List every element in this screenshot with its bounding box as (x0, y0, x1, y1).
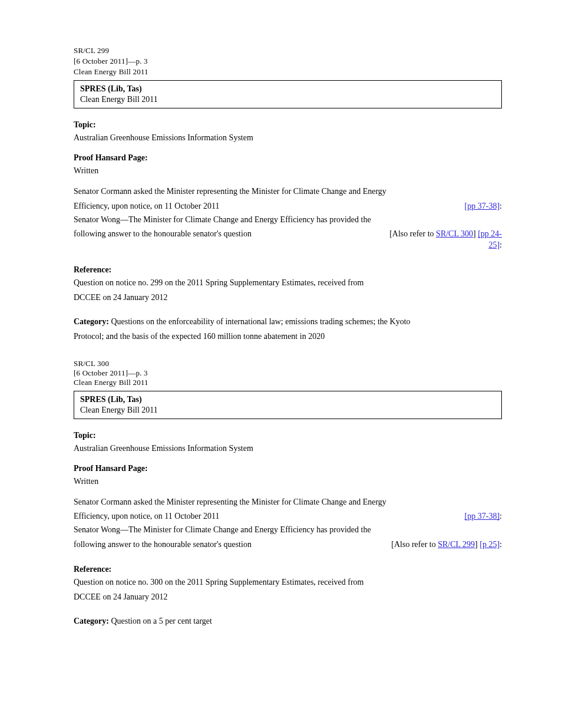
item2-asked-rest: Efficiency, upon notice, on 11 October 2… (74, 512, 219, 521)
item1-topic-value: Australian Greenhouse Emissions Informat… (74, 133, 502, 144)
item1-cat-value: Questions on the enforceability of inter… (111, 317, 410, 326)
item2-answer-line2: following answer to the honourable senat… (74, 539, 502, 551)
item2-proof-label: Proof Hansard Page: (74, 464, 502, 473)
item1-asked-pages-link[interactable]: [pp 37-38] (465, 202, 500, 210)
item1-cat-value2: Protocol; and the basis of the expected … (74, 331, 502, 342)
item1-asked-rest: Efficiency, upon notice, on 11 October 2… (74, 202, 219, 210)
item2-answer-pages-link[interactable]: [p 25] (480, 540, 500, 549)
item2-topic-value: Australian Greenhouse Emissions Informat… (74, 443, 502, 454)
item1-also-refer-prefix: [Also refer to (389, 229, 436, 238)
item2-asked-prefix: Senator Cormann asked the Minister repre… (74, 498, 386, 506)
item2-asked: Senator Cormann asked the Minister repre… (74, 497, 502, 508)
item1-answer-prefix: Senator Wong—The Minister for Climate Ch… (74, 215, 371, 224)
item1-answer: Senator Wong—The Minister for Climate Ch… (74, 215, 502, 226)
item2-answer-prefix: Senator Wong—The Minister for Climate Ch… (74, 525, 371, 534)
item1-answer-pages-link2[interactable]: 25] (488, 241, 500, 249)
item1-asked-prefix: Senator Cormann asked the Minister repre… (74, 187, 386, 196)
item1-topic-label: Topic: (74, 120, 502, 130)
item2-asked-line2: Efficiency, upon notice, on 11 October 2… (74, 511, 502, 522)
item1-answer-rest: following answer to the honourable senat… (74, 229, 252, 238)
item1-answer-suffix: : (500, 241, 502, 249)
item1-ref-value2: DCCEE on 24 January 2012 (74, 292, 502, 304)
item2-ref-value2: DCCEE on 24 January 2012 (74, 592, 502, 603)
page-header: SR/CL 299 [6 October 2011]—p. 3 Clean En… (74, 46, 502, 77)
item2-topic-label: Topic: (74, 431, 502, 440)
item1-cat-label: Category: (74, 317, 111, 326)
item2-answer-suffix: : (500, 540, 502, 549)
item1-srcl-link[interactable]: SR/CL 300 (436, 229, 473, 238)
item1-answer-pages-link1[interactable]: [pp 24- (478, 229, 502, 238)
item1-box-subtitle: Clean Energy Bill 2011 (80, 95, 495, 104)
item1-category: Category: Questions on the enforceabilit… (74, 317, 502, 328)
item2-ref-value: Question on notice no. 300 on the 2011 S… (74, 577, 502, 588)
item2-box: SPRES (Lib, Tas) Clean Energy Bill 2011 (74, 391, 502, 419)
item1-answer-line2: following answer to the honourable senat… (74, 229, 502, 240)
item1-box-title: SPRES (Lib, Tas) (80, 84, 495, 94)
item1-asked-suffix: : (500, 202, 502, 210)
item2-asked-suffix: : (500, 512, 502, 521)
item2-header: SR/CL 300 [6 October 2011]—p. 3 Clean En… (74, 359, 502, 387)
item2-box-title: SPRES (Lib, Tas) (80, 395, 495, 404)
item2-cat-value: Question on a 5 per cent target (111, 617, 212, 625)
item2-also-refer-prefix: [Also refer to (391, 540, 438, 549)
item1-box: SPRES (Lib, Tas) Clean Energy Bill 2011 (74, 80, 502, 108)
item1-asked-line2: Efficiency, upon notice, on 11 October 2… (74, 201, 502, 212)
item1-also-refer-mid: ] (473, 229, 478, 238)
item1-answer-line3: 25]: (74, 240, 502, 251)
item1-proof-label: Proof Hansard Page: (74, 153, 502, 163)
item2-box-subtitle: Clean Energy Bill 2011 (80, 406, 495, 415)
item2-srcl-link[interactable]: SR/CL 299 (438, 540, 475, 549)
item1-asked: Senator Cormann asked the Minister repre… (74, 186, 502, 197)
item2-answer: Senator Wong—The Minister for Climate Ch… (74, 525, 502, 536)
item2-proof-value: Written (74, 476, 502, 487)
item1-ref-label: Reference: (74, 265, 502, 275)
item2-cat-label: Category: (74, 617, 111, 625)
header-bill: Clean Energy Bill 2011 (74, 67, 502, 77)
item1-ref-value: Question on notice no. 299 on the 2011 S… (74, 278, 502, 289)
item2-category: Category: Question on a 5 per cent targe… (74, 616, 502, 627)
item2-ref-label: Reference: (74, 565, 502, 574)
header-id: SR/CL 299 (74, 46, 502, 55)
header-date-page: [6 October 2011]—p. 3 (74, 57, 502, 66)
item2-answer-rest: following answer to the honourable senat… (74, 540, 252, 549)
item1-proof-value: Written (74, 166, 502, 177)
item2-asked-pages-link[interactable]: [pp 37-38] (465, 512, 500, 521)
